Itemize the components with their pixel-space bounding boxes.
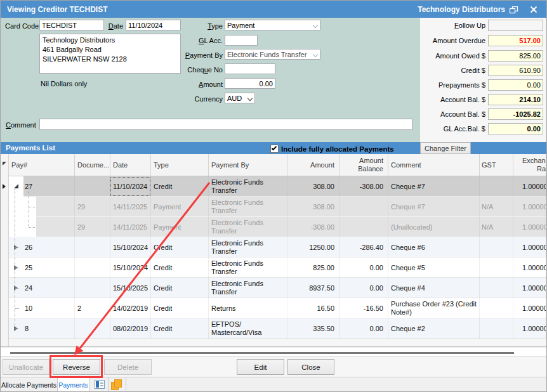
cell-comment[interactable]: Purchase Order #23 (Credit Note#) bbox=[388, 298, 480, 318]
column-header-amount[interactable]: Amount bbox=[287, 154, 339, 176]
tab-payments[interactable]: Payments bbox=[58, 377, 89, 392]
cell-doc[interactable] bbox=[75, 258, 110, 278]
cell-balance[interactable]: 0.00 bbox=[339, 318, 388, 339]
cell-doc[interactable]: 2 bbox=[75, 298, 110, 318]
cell-pay[interactable] bbox=[9, 217, 75, 237]
payment-by-combo[interactable]: Electronic Funds Transfer bbox=[225, 49, 320, 60]
cell-exch[interactable]: 1.00000 bbox=[513, 217, 546, 237]
cell-payby[interactable]: Electronic Funds Transfer bbox=[209, 197, 287, 217]
cell-amount[interactable]: 308.00 bbox=[287, 176, 339, 197]
cell-amount[interactable]: 8937.50 bbox=[287, 278, 339, 298]
close-button[interactable]: Close bbox=[287, 359, 334, 375]
cell-balance[interactable] bbox=[339, 217, 388, 237]
cheque-no-field[interactable] bbox=[225, 63, 275, 74]
cell-gst[interactable]: N/A bbox=[480, 197, 513, 217]
copy-icon[interactable] bbox=[111, 379, 122, 390]
cell-balance[interactable]: 0.00 bbox=[339, 278, 388, 298]
cell-gst[interactable] bbox=[480, 318, 513, 339]
cell-amount[interactable]: 16.50 bbox=[287, 298, 339, 318]
cell-type[interactable]: Credit bbox=[151, 318, 209, 339]
cell-type[interactable]: Credit bbox=[151, 278, 209, 298]
table-row[interactable]: 808/02/2019CreditEFTPOS/ Mastercard/Visa… bbox=[9, 318, 546, 339]
cell-payby[interactable]: Electronic Funds Transfer bbox=[209, 258, 287, 278]
cell-exch[interactable]: 1.00000 bbox=[513, 176, 546, 197]
close-icon[interactable] bbox=[530, 6, 537, 13]
edit-button[interactable]: Edit bbox=[237, 359, 284, 375]
cell-payby[interactable]: Electronic Funds Transfer bbox=[209, 217, 287, 237]
cell-date[interactable]: 14/11/2025 bbox=[110, 197, 151, 217]
amount-field[interactable]: 0.00 bbox=[225, 78, 275, 89]
cell-exch[interactable]: 1.00000 bbox=[513, 237, 546, 258]
column-header-balance[interactable]: Amount Balance bbox=[339, 154, 388, 176]
cell-amount[interactable]: 825.00 bbox=[287, 258, 339, 278]
cell-comment[interactable]: Cheque #7 bbox=[388, 197, 480, 217]
cell-amount[interactable]: 308.00 bbox=[287, 197, 339, 217]
cell-amount[interactable]: 1250.00 bbox=[287, 237, 339, 258]
cell-payby[interactable]: EFTPOS/ Mastercard/Visa bbox=[209, 318, 287, 339]
table-row[interactable]: 2615/10/2024CreditElectronic Funds Trans… bbox=[9, 237, 546, 258]
cell-exch[interactable]: 1.00000 bbox=[513, 298, 546, 318]
cell-date[interactable]: 14/02/2019 bbox=[110, 298, 151, 318]
cell-date[interactable]: 15/10/2024 bbox=[110, 237, 151, 258]
cell-type[interactable]: Payment bbox=[151, 217, 209, 237]
cell-gst[interactable] bbox=[480, 278, 513, 298]
cell-balance[interactable]: 0.00 bbox=[339, 258, 388, 278]
cell-payby[interactable]: Electronic Funds Transfer bbox=[209, 176, 287, 197]
cell-balance[interactable] bbox=[339, 197, 388, 217]
tab-allocate-payments[interactable]: Allocate Payments bbox=[1, 377, 58, 392]
column-header-date[interactable]: Date bbox=[110, 154, 151, 176]
cell-gst[interactable] bbox=[480, 237, 513, 258]
cell-amount[interactable]: -308.00 bbox=[287, 217, 339, 237]
cell-payby[interactable]: Electronic Funds Transfer bbox=[209, 237, 287, 258]
cell-doc[interactable] bbox=[75, 176, 110, 197]
table-row[interactable]: 10214/02/2019CreditReturns16.50-16.50Pur… bbox=[9, 298, 546, 318]
cell-doc[interactable]: 29 bbox=[75, 197, 110, 217]
cell-date[interactable]: 14/11/2025 bbox=[110, 217, 151, 237]
cell-exch[interactable]: 1.00000 bbox=[513, 258, 546, 278]
cell-exch[interactable]: 1.00000 bbox=[513, 197, 546, 217]
cell-comment[interactable]: Cheque #2 bbox=[388, 318, 480, 339]
cell-doc[interactable]: 29 bbox=[75, 217, 110, 237]
cell-date[interactable]: 15/10/2025 bbox=[110, 278, 151, 298]
currency-combo[interactable]: AUD bbox=[225, 93, 255, 103]
cell-exch[interactable]: 1.00000 bbox=[513, 318, 546, 339]
cell-amount[interactable]: 335.50 bbox=[287, 318, 339, 339]
scrollbar-thumb[interactable] bbox=[10, 352, 514, 354]
cell-gst[interactable] bbox=[480, 298, 513, 318]
cell-gst[interactable] bbox=[480, 176, 513, 197]
table-row[interactable]: 2515/10/2024CreditElectronic Funds Trans… bbox=[9, 258, 546, 278]
cell-type[interactable]: Credit bbox=[151, 258, 209, 278]
cell-exch[interactable]: 1.00000 bbox=[513, 278, 546, 298]
cell-comment[interactable]: Cheque #5 bbox=[388, 258, 480, 278]
column-header-type[interactable]: Type bbox=[151, 154, 209, 176]
cell-balance[interactable]: -16.50 bbox=[339, 298, 388, 318]
cell-payby[interactable]: Electronic Funds Transfer bbox=[209, 278, 287, 298]
horizontal-scrollbar[interactable] bbox=[1, 348, 546, 356]
cell-balance[interactable]: -308.00 bbox=[339, 176, 388, 197]
cell-doc[interactable] bbox=[75, 278, 110, 298]
cell-gst[interactable] bbox=[480, 258, 513, 278]
restore-icon[interactable] bbox=[510, 6, 518, 14]
cell-doc[interactable] bbox=[75, 237, 110, 258]
cell-payby[interactable]: Returns bbox=[209, 298, 287, 318]
select-all-corner-icon[interactable] bbox=[3, 162, 6, 166]
cell-comment[interactable]: Cheque #6 bbox=[388, 237, 480, 258]
column-header-doc[interactable]: Docume... bbox=[75, 154, 110, 176]
cell-type[interactable]: Credit bbox=[151, 176, 209, 197]
row-expander-expanded-icon[interactable] bbox=[14, 184, 18, 188]
comment-field[interactable] bbox=[39, 119, 412, 130]
cell-type[interactable]: Credit bbox=[151, 237, 209, 258]
cell-pay[interactable]: 27 bbox=[9, 176, 75, 197]
cell-date[interactable]: 15/10/2024 bbox=[110, 258, 151, 278]
unallocate-button[interactable]: Unallocate bbox=[3, 359, 49, 375]
table-row[interactable]: 2914/11/2025PaymentElectronic Funds Tran… bbox=[9, 197, 546, 217]
table-row[interactable]: 2415/10/2025CreditElectronic Funds Trans… bbox=[9, 278, 546, 298]
table-row[interactable]: 2711/10/2024CreditElectronic Funds Trans… bbox=[9, 176, 546, 197]
delete-button[interactable]: Delete bbox=[104, 359, 152, 375]
column-header-comment[interactable]: Comment bbox=[388, 154, 480, 176]
reverse-button[interactable]: Reverse bbox=[53, 359, 100, 375]
cell-balance[interactable]: -286.40 bbox=[339, 237, 388, 258]
cell-doc[interactable] bbox=[75, 318, 110, 339]
column-header-pay[interactable]: Pay# bbox=[9, 154, 75, 176]
type-combo[interactable]: Payment bbox=[225, 20, 320, 30]
